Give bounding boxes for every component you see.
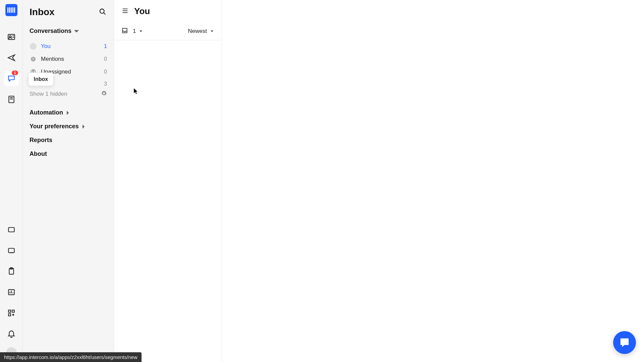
nav-reports[interactable] — [4, 285, 19, 300]
nav-count: 3 — [104, 81, 107, 87]
nav-articles[interactable] — [4, 92, 19, 107]
chevron-down-icon — [74, 29, 79, 34]
message-icon — [7, 225, 16, 234]
count-value: 1 — [133, 28, 136, 35]
inbox-tooltip: Inbox — [28, 73, 54, 86]
toggle-sidebar-button[interactable] — [121, 7, 129, 16]
conversations-section[interactable]: Conversations — [30, 28, 107, 35]
messenger-icon — [619, 337, 630, 348]
svg-rect-7 — [8, 228, 14, 232]
reports-label: Reports — [30, 137, 52, 144]
about-link[interactable]: About — [30, 147, 107, 161]
apps-icon — [7, 309, 16, 317]
sort-value: Newest — [188, 28, 207, 35]
inbox-filter-button[interactable] — [121, 27, 128, 35]
conversation-detail — [221, 0, 644, 362]
nav-count: 0 — [104, 69, 107, 75]
settings-button[interactable] — [101, 90, 107, 98]
nav-rail: 1 Inbox — [0, 0, 23, 362]
inbox-badge: 1 — [12, 71, 18, 75]
status-bar-url: https://app.intercom.io/a/apps/z2xxl6ht/… — [0, 352, 142, 362]
nav-notifications[interactable] — [4, 326, 19, 341]
preferences-label: Your preferences — [30, 123, 79, 130]
nav-count: 1 — [104, 43, 107, 49]
sort-filter[interactable]: Newest — [188, 28, 214, 35]
preferences-link[interactable]: Your preferences — [30, 120, 107, 133]
nav-messages[interactable] — [4, 222, 19, 237]
svg-point-23 — [32, 58, 34, 60]
operator-icon — [7, 246, 16, 255]
bell-icon — [7, 329, 16, 338]
sidebar-title: Inbox — [30, 7, 55, 17]
svg-rect-17 — [12, 310, 14, 312]
svg-rect-8 — [8, 248, 14, 253]
nav-label: You — [41, 43, 104, 50]
chevron-right-icon — [82, 125, 86, 129]
conversation-list-panel: You 1 Newest — [114, 0, 221, 362]
svg-rect-16 — [8, 310, 10, 312]
search-icon — [99, 8, 106, 15]
caret-down-icon — [210, 30, 214, 33]
search-button[interactable] — [99, 8, 107, 16]
intercom-logo[interactable] — [5, 4, 17, 16]
nav-label: Mentions — [41, 56, 104, 62]
nav-operator[interactable] — [4, 243, 19, 258]
automation-link[interactable]: Automation — [30, 106, 107, 120]
nav-apps[interactable] — [4, 306, 19, 320]
nav-tasks[interactable] — [4, 264, 19, 279]
chevron-right-icon — [66, 111, 70, 115]
svg-point-25 — [33, 71, 34, 72]
sidebar: Inbox Conversations You 1 Mentions 0 Una… — [23, 0, 114, 362]
sidebar-item-you[interactable]: You 1 — [30, 40, 107, 53]
nav-outbound[interactable] — [4, 50, 19, 65]
hamburger-icon — [121, 7, 129, 14]
article-icon — [7, 95, 16, 104]
messenger-launcher[interactable] — [613, 331, 636, 354]
main-title: You — [134, 6, 150, 16]
svg-line-22 — [104, 13, 106, 15]
nav-inbox[interactable]: 1 Inbox — [4, 71, 19, 86]
about-label: About — [30, 150, 47, 157]
gear-icon — [101, 90, 107, 96]
tray-icon — [121, 27, 128, 34]
send-icon — [7, 53, 16, 62]
show-hidden-link[interactable]: Show 1 hidden — [30, 91, 67, 97]
conversations-label: Conversations — [30, 28, 71, 35]
svg-point-1 — [9, 36, 11, 37]
clipboard-icon — [7, 267, 16, 276]
avatar-icon — [30, 43, 37, 50]
nav-count: 0 — [104, 56, 107, 62]
automation-label: Automation — [30, 109, 63, 116]
nav-contacts[interactable] — [4, 30, 19, 44]
count-filter[interactable]: 1 — [133, 28, 143, 35]
reports-link[interactable]: Reports — [30, 133, 107, 147]
mention-icon — [30, 55, 37, 63]
sidebar-item-mentions[interactable]: Mentions 0 — [30, 53, 107, 65]
chart-icon — [7, 288, 16, 297]
caret-down-icon — [139, 30, 143, 33]
svg-point-21 — [100, 9, 104, 13]
contacts-icon — [7, 33, 16, 41]
svg-rect-18 — [8, 314, 10, 316]
chat-icon — [7, 74, 16, 83]
logo-bars-icon — [7, 7, 15, 13]
